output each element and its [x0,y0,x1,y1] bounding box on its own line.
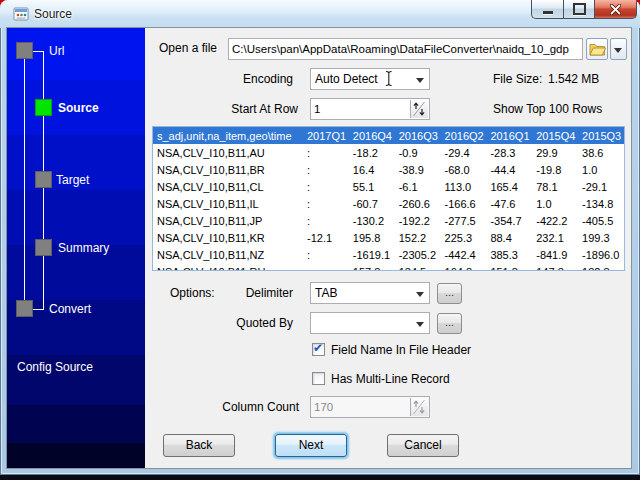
table-cell: NSA,CLV_I10,B11,IL [153,195,303,212]
table-cell: 1.0 [532,195,578,212]
close-button[interactable] [595,0,637,19]
column-header[interactable]: 2016Q3 [395,127,441,144]
table-cell: -277.5 [441,212,487,229]
start-row-value: 1 [314,103,320,115]
maximize-button[interactable] [563,0,595,19]
table-cell: 88.4 [486,229,532,246]
minimize-button[interactable] [531,0,563,19]
multiline-checkbox[interactable]: ✔ [312,372,325,385]
table-cell: 152.2 [395,229,441,246]
tree-line [33,51,44,52]
file-path-value: C:\Users\pan\AppData\Roaming\DataFileCon… [232,43,569,55]
sidebar-item-target[interactable]: Target [56,173,89,187]
table-cell: -130.2 [349,212,395,229]
step-indicator-summary[interactable] [35,239,52,256]
encoding-label: Encoding [193,72,293,86]
tree-line [33,309,44,310]
spinner-control[interactable] [410,100,428,118]
table-cell: : [303,263,349,271]
table-cell: -60.7 [349,195,395,212]
delimiter-label: Delimiter [193,286,293,300]
field-name-checkbox[interactable]: ✔ [312,343,325,356]
app-icon [13,6,29,22]
table-cell: -2305.2 [395,246,441,263]
column-count-input: 170 [310,396,430,418]
wizard-sidebar: Url Source Target Summary Convert Config… [7,28,145,468]
table-cell: : [303,195,349,212]
table-cell: NSA,CLV_I10,B11,RU [153,263,303,271]
maximize-icon [573,3,586,15]
chevron-down-icon [416,78,424,83]
sidebar-item-convert[interactable]: Convert [49,302,91,316]
table-row[interactable]: NSA,CLV_I10,B11,KR-12.1195.8152.2225.388… [153,229,624,246]
table-cell: -28.3 [486,144,532,161]
table-cell: -29.4 [441,144,487,161]
table-cell: NSA,CLV_I10,B11,AU [153,144,303,161]
delimiter-more-button[interactable]: ... [437,283,462,304]
table-cell: 147.8 [532,263,578,271]
column-header[interactable]: 2016Q4 [349,127,395,144]
table-row[interactable]: NSA,CLV_I10,B11,IL:-60.7-260.6-166.6-47.… [153,195,624,212]
table-cell: : [303,212,349,229]
step-indicator-convert[interactable] [16,300,33,317]
sidebar-item-summary[interactable]: Summary [58,241,109,255]
spinner-control-disabled [410,398,428,416]
preview-table[interactable]: s_adj,unit,na_item,geo\time2017Q12016Q42… [152,126,625,271]
table-cell: -1896.0 [578,246,624,263]
table-row[interactable]: NSA,CLV_I10,B11,BR:16.4-38.9-68.0-44.4-1… [153,161,624,178]
browse-folder-button[interactable] [586,38,608,60]
delimiter-combobox[interactable]: TAB [310,282,430,304]
table-row[interactable]: NSA,CLV_I10,B11,JP:-130.2-192.2-277.5-35… [153,212,624,229]
next-button[interactable]: Next [275,434,347,457]
table-cell: 113.0 [441,178,487,195]
chevron-down-icon [416,292,424,297]
column-header[interactable]: 2016Q1 [486,127,532,144]
table-cell: NSA,CLV_I10,B11,KR [153,229,303,246]
step-indicator-source[interactable] [35,99,52,116]
window-controls [531,0,637,19]
table-cell: 232.1 [532,229,578,246]
step-indicator-target[interactable] [35,171,52,188]
table-cell: 78.1 [532,178,578,195]
minimize-icon [543,11,553,14]
sidebar-item-url[interactable]: Url [49,44,64,58]
back-button[interactable]: Back [163,434,235,457]
screen: Source Url [0,0,640,480]
table-row[interactable]: NSA,CLV_I10,B11,NZ:-1619.1-2305.2-442.43… [153,246,624,263]
field-name-checkbox-label[interactable]: Field Name In File Header [331,343,471,357]
column-header[interactable]: 2015Q4 [532,127,578,144]
file-size-label: File Size: [493,72,542,86]
tree-line [24,59,25,301]
sidebar-item-source[interactable]: Source [58,101,99,115]
quoted-by-combobox[interactable] [310,312,430,334]
column-header[interactable]: s_adj,unit,na_item,geo\time [153,127,303,144]
file-dropdown-button[interactable] [610,38,627,60]
config-panel: Open a file C:\Users\pan\AppData\Roaming… [145,28,631,468]
table-cell: : [303,178,349,195]
table-cell: -442.4 [441,246,487,263]
titlebar[interactable]: Source [0,0,640,28]
file-path-input[interactable]: C:\Users\pan\AppData\Roaming\DataFileCon… [228,38,583,60]
start-row-input[interactable]: 1 [310,98,430,120]
table-row[interactable]: NSA,CLV_I10,B11,CL:55.1-6.1113.0165.478.… [153,178,624,195]
table-cell: -47.6 [486,195,532,212]
table-row[interactable]: NSA,CLV_I10,B11,RU:157.8134.5164.8151.81… [153,263,624,271]
table-row[interactable]: NSA,CLV_I10,B11,AU:-18.2-0.9-29.4-28.329… [153,144,624,161]
cancel-button[interactable]: Cancel [387,434,459,457]
column-header[interactable]: 2015Q3 [578,127,624,144]
column-header[interactable]: 2017Q1 [303,127,349,144]
multiline-checkbox-label[interactable]: Has Multi-Line Record [331,372,450,386]
table-cell: 225.3 [441,229,487,246]
show-top-rows-label: Show Top 100 Rows [493,102,602,116]
table-cell: -422.2 [532,212,578,229]
column-header[interactable]: 2016Q2 [441,127,487,144]
encoding-value: Auto Detect [315,72,378,86]
app-window: Source Url [0,0,640,475]
encoding-combobox[interactable]: Auto Detect [310,68,430,90]
table-cell: -38.9 [395,161,441,178]
step-indicator-url[interactable] [16,42,33,59]
table-cell: -166.6 [441,195,487,212]
table-cell: 1.0 [578,161,624,178]
quoted-by-more-button[interactable]: ... [437,313,462,334]
table-cell: : [303,144,349,161]
